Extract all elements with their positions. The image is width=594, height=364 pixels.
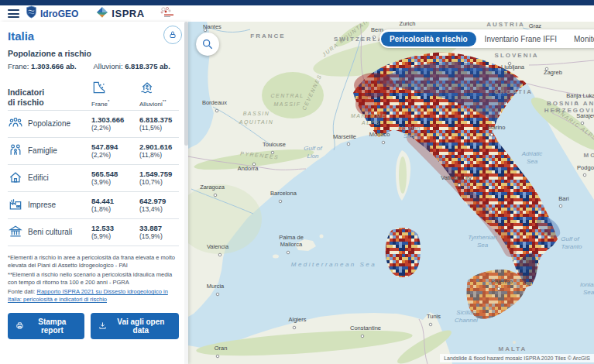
table-header: Indicatori di rischio Frane* [8, 80, 179, 111]
alluvioni-column-header: Alluvioni** [139, 80, 187, 108]
svg-text:Taranto: Taranto [561, 243, 582, 250]
svg-text:AQUITAIN: AQUITAIN [239, 119, 274, 125]
printer-icon [15, 321, 24, 331]
svg-text:Sicilian: Sicilian [456, 309, 476, 316]
family-icon [8, 143, 23, 160]
svg-text:Bordeaux: Bordeaux [202, 99, 227, 106]
svg-text:Mallorca: Mallorca [280, 241, 303, 248]
svg-text:Zagreb: Zagreb [544, 69, 562, 76]
open-data-button[interactable]: Vai agli open data [91, 313, 179, 339]
population-risk-heading: Popolazione a rischio [8, 49, 179, 58]
svg-text:Adriatic: Adriatic [521, 150, 543, 157]
sidebar-scrollbar[interactable] [184, 22, 188, 364]
frane-summary: Frane: 1.303.666 ab. [8, 62, 94, 70]
svg-text:Nantes: Nantes [203, 23, 221, 30]
svg-text:Marino: Marino [488, 124, 506, 131]
svg-text:BASSIN: BASSIN [243, 111, 270, 116]
flood-icon [139, 80, 155, 98]
search-icon [201, 38, 214, 50]
ibiza [273, 255, 279, 259]
svg-text:Ionian: Ionian [580, 281, 594, 288]
footnotes: *Elementi a rischio in aree a pericolosi… [8, 254, 179, 304]
footnote-alluvioni: **Elementi a rischio nello scenario a pe… [8, 271, 179, 287]
tab-pericolosita-e-rischio[interactable]: Pericolosità e rischio [381, 32, 476, 46]
idrogeo-app: IdroGEO ISPRA [0, 0, 594, 364]
table-row: Beni culturali 12.533(5,9%) 33.887(15,9%… [8, 219, 179, 246]
svg-text:Zaragoza: Zaragoza [200, 184, 225, 191]
svg-text:MO: MO [584, 152, 594, 159]
svg-text:Sarajevo: Sarajevo [576, 112, 594, 119]
alluvioni-summary: Alluvioni: 6.818.375 ab. [94, 62, 180, 70]
svg-text:BOSNIA AND: BOSNIA AND [547, 100, 594, 107]
svg-text:Gulf of: Gulf of [304, 145, 322, 152]
svg-text:CENTRAL: CENTRAL [270, 93, 304, 98]
svg-text:MARITIME: MARITIME [351, 113, 386, 118]
svg-text:Graz: Graz [529, 22, 542, 29]
malta-island [513, 341, 516, 344]
svg-text:Oran: Oran [215, 345, 228, 352]
share-lock-icon[interactable] [163, 26, 182, 44]
monument-icon [8, 224, 23, 241]
svg-text:Sea: Sea [403, 132, 415, 139]
table-row: Imprese 84.441(1,8%) 642.979(13,4%) [8, 192, 179, 219]
factory-icon [8, 197, 23, 214]
ispra-logo[interactable]: ISPRA [95, 6, 144, 22]
sardinia-hazard-mosaic [386, 228, 421, 277]
search-button[interactable] [196, 33, 219, 56]
svg-text:Gulf of: Gulf of [561, 235, 579, 242]
svg-text:Ljubljana: Ljubljana [501, 64, 525, 70]
svg-text:Murcia: Murcia [207, 283, 225, 290]
gov-top-strip [0, 0, 594, 5]
risk-indicators-table: Indicatori di rischio Frane* [8, 80, 179, 246]
partner-logo[interactable] [157, 6, 177, 22]
tab-inventario-frane-iffi[interactable]: Inventario Frane IFFI [476, 32, 565, 46]
idrogeo-shield-icon [26, 5, 37, 22]
svg-text:Tyrrhenian: Tyrrhenian [468, 234, 497, 241]
idrogeo-logo[interactable]: IdroGEO [26, 5, 78, 22]
svg-text:Zurich: Zurich [400, 22, 416, 27]
svg-text:Barcelona: Barcelona [270, 190, 297, 197]
page-title: Italia [8, 29, 179, 43]
svg-text:Marseille: Marseille [333, 133, 356, 140]
frane-column-header: Frane* [91, 80, 139, 108]
map-canvas[interactable]: FRANCESWITZERLANDAUSTRIASLOVENIACROATIAB… [188, 22, 594, 364]
svg-text:CROATIA: CROATIA [494, 88, 533, 95]
svg-text:Toulouse: Toulouse [263, 141, 286, 148]
svg-text:Channel: Channel [455, 317, 478, 324]
svg-text:FRANCE: FRANCE [250, 33, 285, 39]
svg-text:Palermo: Palermo [491, 278, 513, 285]
table-row: Popolazione 1.303.666(2,2%) 6.818.375(11… [8, 111, 179, 138]
svg-text:Palma de: Palma de [279, 234, 304, 241]
svg-text:Sea: Sea [477, 242, 489, 249]
svg-text:Podgorica: Podgorica [577, 164, 594, 171]
landslide-icon [91, 80, 107, 98]
ispra-wordmark: ISPRA [112, 8, 144, 19]
table-row: Famiglie 547.894(2,2%) 2.901.616(11,8%) [8, 138, 179, 165]
svg-text:Monaco: Monaco [369, 131, 390, 138]
map-attribution: Landslide & flood hazard mosaic ISPRA 20… [440, 354, 594, 362]
svg-text:SLOVENIA: SLOVENIA [495, 52, 539, 59]
svg-text:MALTA: MALTA [499, 345, 527, 352]
svg-text:Constantine: Constantine [350, 325, 381, 331]
data-source: Fonte dati: Rapporto ISPRA 2021 su Disse… [8, 288, 179, 304]
svg-text:Lion: Lion [307, 153, 319, 160]
svg-text:Sea: Sea [583, 289, 594, 296]
svg-text:AUSTRIA: AUSTRIA [486, 22, 525, 28]
menu-icon[interactable] [8, 9, 19, 18]
menorca [320, 235, 324, 239]
tab-monitoraggio-frane[interactable]: Monitoraggio Frane [565, 32, 594, 46]
svg-text:Banja Luka: Banja Luka [566, 92, 594, 99]
svg-text:Mediterranean Sea: Mediterranean Sea [291, 261, 377, 268]
print-report-button[interactable]: Stampa report [8, 313, 84, 339]
svg-text:Andorra: Andorra [238, 165, 259, 172]
svg-text:Ligurian: Ligurian [398, 125, 421, 132]
people-icon [8, 115, 23, 132]
svg-text:Sea: Sea [527, 158, 538, 165]
app-header: IdroGEO ISPRA [0, 5, 594, 22]
svg-text:Bari: Bari [558, 195, 569, 202]
corsica-terrain [399, 156, 407, 194]
svg-text:MASSIF: MASSIF [273, 101, 300, 107]
idrogeo-wordmark: IdroGEO [40, 9, 78, 19]
ispra-logo-icon [95, 6, 109, 22]
footnote-frane: *Elementi a rischio in aree a pericolosi… [8, 254, 179, 270]
